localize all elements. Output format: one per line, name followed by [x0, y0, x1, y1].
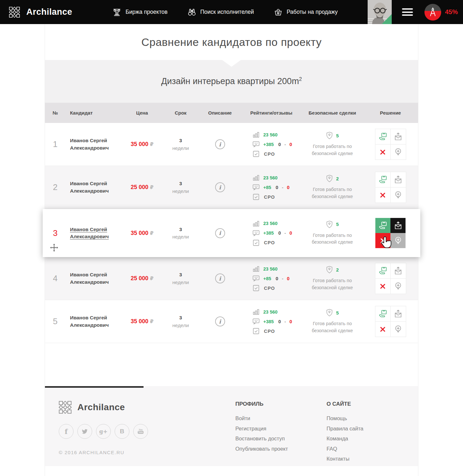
reviews-separator: - [284, 142, 286, 147]
profile-progress-icon[interactable] [424, 4, 441, 21]
propose-deal-button[interactable] [375, 129, 390, 144]
propose-deal-button[interactable] [375, 306, 390, 321]
candidate-name[interactable]: Иванов Сергей Александрович [70, 138, 109, 150]
decision-buttons [375, 306, 406, 337]
youtube-icon[interactable]: You Tube [133, 424, 148, 439]
nav-projects-exchange[interactable]: Биржа проектов [112, 8, 168, 17]
copyright: © 2016 ARCHILANCE.RU [59, 450, 235, 455]
footer-brand[interactable]: Archilance [59, 401, 235, 414]
row-number: 1 [53, 139, 57, 149]
table-row: 3 Иванов Сергей Александрович 35 000₽ 3 [43, 209, 420, 257]
candidate-name[interactable]: Иванов Сергей Александрович [70, 272, 109, 284]
footer-link-publish-project[interactable]: Опубликовать проект [235, 446, 327, 452]
rating-projects: 23 560 [252, 130, 302, 140]
propose-deal-button[interactable] [375, 218, 390, 233]
hand-package-icon [379, 309, 387, 318]
nav-search-performers[interactable]: Поиск исполнителей [188, 8, 254, 16]
superscript: 2 [299, 76, 302, 82]
feedback-icon [252, 184, 260, 191]
info-icon[interactable]: i [215, 182, 225, 192]
bar-chart-icon [252, 265, 260, 273]
pin-add-button[interactable] [391, 322, 406, 337]
safe-deals-cell: 5 Готов работать по безопасной сделке [302, 221, 363, 246]
footer-link-restore-access[interactable]: Востановить доступ [235, 436, 327, 441]
candidate-cell: Иванов Сергей Александрович [61, 137, 122, 151]
ratings-cell: 23 560 +385 0 - 0 [241, 307, 302, 336]
menu-icon[interactable] [402, 7, 413, 18]
pin-add-button[interactable] [390, 233, 406, 248]
nav-works-for-sale[interactable]: Работы на продажу [274, 8, 338, 16]
footer-link-login[interactable]: Войти [235, 416, 327, 421]
price-cell: 35 000₽ [122, 318, 162, 325]
safe-deals-note: Готов работать по безопасной сделке [303, 186, 361, 200]
pin-add-button[interactable] [391, 279, 406, 294]
footer-link-contacts[interactable]: Контакты [327, 456, 363, 462]
pin-add-button[interactable] [391, 187, 406, 203]
reject-button[interactable] [375, 322, 390, 337]
reviews-neutral: 0 [278, 230, 281, 236]
term-value: 3 [162, 137, 199, 144]
col-header-decision: Решение [363, 110, 418, 116]
bar-chart-icon [252, 220, 260, 227]
shield-icon [326, 132, 333, 139]
shield-icon [326, 175, 333, 182]
footer-link-help[interactable]: Помощь [327, 416, 363, 421]
send-message-button[interactable] [391, 263, 406, 278]
facebook-icon[interactable]: f [59, 424, 74, 439]
vk-icon[interactable]: В [115, 424, 129, 439]
info-icon[interactable]: i [215, 316, 225, 326]
footer-link-rules[interactable]: Правила сайта [327, 426, 363, 431]
safe-deals-note: Готов работать по безопасной сделке [303, 232, 361, 246]
send-message-button[interactable] [390, 218, 406, 233]
profile-progress-value: 45% [445, 8, 458, 16]
send-message-button[interactable] [391, 172, 406, 187]
pin-add-button[interactable] [391, 144, 406, 160]
price-value: 35 000 [131, 230, 148, 236]
send-message-button[interactable] [391, 129, 406, 144]
reviews-negative: 0 [290, 142, 292, 147]
reviews-separator: - [284, 230, 286, 236]
footer-link-team[interactable]: Команда [327, 436, 363, 441]
candidate-name[interactable]: Иванов Сергей Александрович [70, 181, 109, 193]
reviews-neutral: 0 [276, 276, 278, 281]
candidates-table-body: 1 Иванов Сергей Александрович 35 000₽ 3 [45, 123, 418, 343]
close-x-icon [379, 192, 386, 199]
rating-projects: 23 560 [252, 307, 302, 317]
rating-certificate: СРО [252, 149, 302, 159]
footer-link-faq[interactable]: FAQ [327, 446, 363, 452]
propose-deal-button[interactable] [375, 263, 390, 278]
info-icon[interactable]: i [215, 273, 225, 283]
price-cell: 35 000₽ [122, 141, 162, 148]
header-right: 45% [368, 0, 463, 24]
brand-name: Archilance [26, 7, 72, 17]
hand-pointer-cursor [380, 236, 393, 249]
send-message-button[interactable] [391, 306, 406, 321]
shield-icon [326, 309, 333, 316]
candidate-name[interactable]: Иванов Сергей Александрович [70, 315, 109, 327]
candidate-name[interactable]: Иванов Сергей Александрович [70, 227, 109, 239]
checkbox-icon [252, 150, 260, 158]
info-icon[interactable]: i [215, 139, 225, 149]
ruble-symbol: ₽ [150, 230, 153, 236]
description-cell: i [199, 273, 241, 283]
svg-text:You: You [139, 428, 143, 431]
reviews-separator: - [282, 185, 284, 190]
user-avatar[interactable] [368, 0, 392, 24]
brand[interactable]: Archilance [9, 7, 72, 18]
reject-button[interactable] [375, 279, 390, 294]
twitter-icon[interactable] [77, 424, 92, 439]
footer-link-register[interactable]: Регистрация [235, 426, 327, 431]
reject-button[interactable] [375, 187, 390, 203]
row-number: 4 [53, 273, 57, 283]
ratings-cell: 23 560 +85 0 - 0 [241, 173, 302, 202]
google-plus-icon[interactable]: g+ [96, 424, 111, 439]
description-cell: i [199, 182, 241, 192]
propose-deal-button[interactable] [375, 172, 390, 187]
sro-badge: СРО [264, 240, 275, 245]
term-value: 3 [162, 226, 199, 233]
basket-icon [274, 8, 283, 16]
reject-button[interactable] [375, 144, 390, 160]
term-cell: 3 недели [162, 226, 199, 241]
price-value: 35 000 [131, 141, 148, 147]
info-icon[interactable]: i [215, 228, 225, 238]
